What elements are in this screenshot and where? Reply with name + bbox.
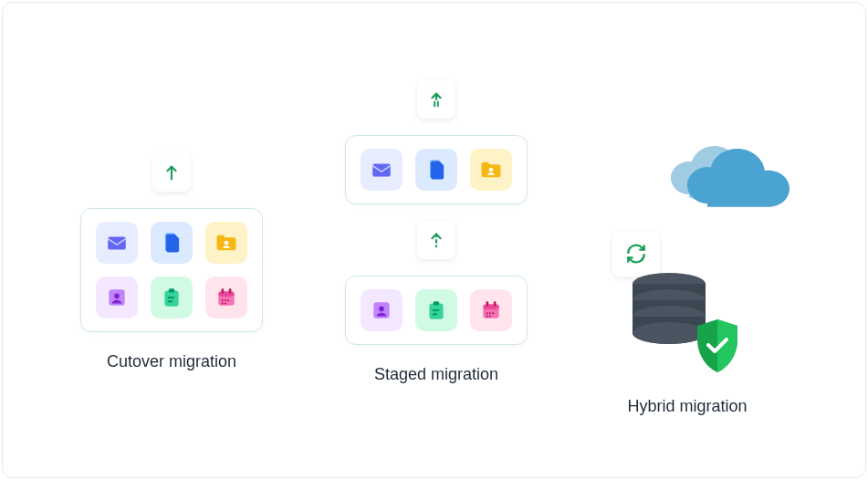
hybrid-label: Hybrid migration xyxy=(627,397,747,416)
svg-point-13 xyxy=(225,299,226,301)
svg-rect-10 xyxy=(222,288,225,293)
task-icon xyxy=(415,289,457,331)
svg-point-16 xyxy=(225,302,226,304)
contact-icon xyxy=(361,289,403,331)
svg-rect-27 xyxy=(433,313,437,315)
svg-point-35 xyxy=(486,315,488,317)
svg-point-36 xyxy=(489,315,491,317)
svg-point-15 xyxy=(222,302,224,304)
svg-point-14 xyxy=(227,299,229,301)
hybrid-graphic xyxy=(569,140,806,377)
svg-point-12 xyxy=(222,299,224,301)
cutover-column: Cutover migration xyxy=(80,153,263,371)
svg-rect-25 xyxy=(434,301,440,305)
svg-point-33 xyxy=(489,312,491,314)
svg-rect-19 xyxy=(372,164,391,177)
svg-point-20 xyxy=(489,168,494,172)
svg-point-32 xyxy=(486,312,488,314)
staged-data-group-bottom xyxy=(345,276,528,345)
arrow-up-dashed-icon xyxy=(417,221,455,259)
cloud-icon xyxy=(660,140,797,225)
cutover-data-group xyxy=(80,208,263,332)
arrow-up-icon xyxy=(152,153,191,192)
file-icon xyxy=(151,222,193,264)
staged-label: Staged migration xyxy=(374,365,498,384)
hybrid-column: Hybrid migration xyxy=(569,140,806,416)
arrow-up-pause-icon xyxy=(417,80,455,119)
svg-rect-29 xyxy=(483,305,498,309)
contact-icon xyxy=(96,277,138,318)
staged-column: Staged migration xyxy=(345,80,528,384)
svg-point-1 xyxy=(225,241,229,245)
migration-diagram: Cutover migration xyxy=(2,2,866,478)
folder-user-icon xyxy=(470,149,512,191)
cutover-label: Cutover migration xyxy=(107,352,236,371)
svg-rect-9 xyxy=(218,292,234,297)
shield-check-icon xyxy=(693,318,742,378)
svg-rect-31 xyxy=(494,301,497,306)
svg-point-3 xyxy=(114,294,120,299)
svg-rect-7 xyxy=(168,300,173,302)
staged-data-group-top xyxy=(345,135,528,204)
svg-rect-5 xyxy=(169,288,175,292)
calendar-icon xyxy=(470,289,512,331)
svg-rect-0 xyxy=(108,237,126,250)
svg-rect-26 xyxy=(433,309,440,311)
calendar-icon xyxy=(205,277,247,318)
svg-rect-30 xyxy=(486,301,489,306)
mail-icon xyxy=(361,149,403,191)
svg-point-34 xyxy=(492,312,494,314)
mail-icon xyxy=(96,222,138,264)
svg-rect-6 xyxy=(168,297,175,298)
svg-point-23 xyxy=(379,307,384,312)
folder-user-icon xyxy=(205,222,247,264)
file-icon xyxy=(415,149,457,191)
task-icon xyxy=(151,277,193,318)
svg-rect-11 xyxy=(229,288,232,293)
